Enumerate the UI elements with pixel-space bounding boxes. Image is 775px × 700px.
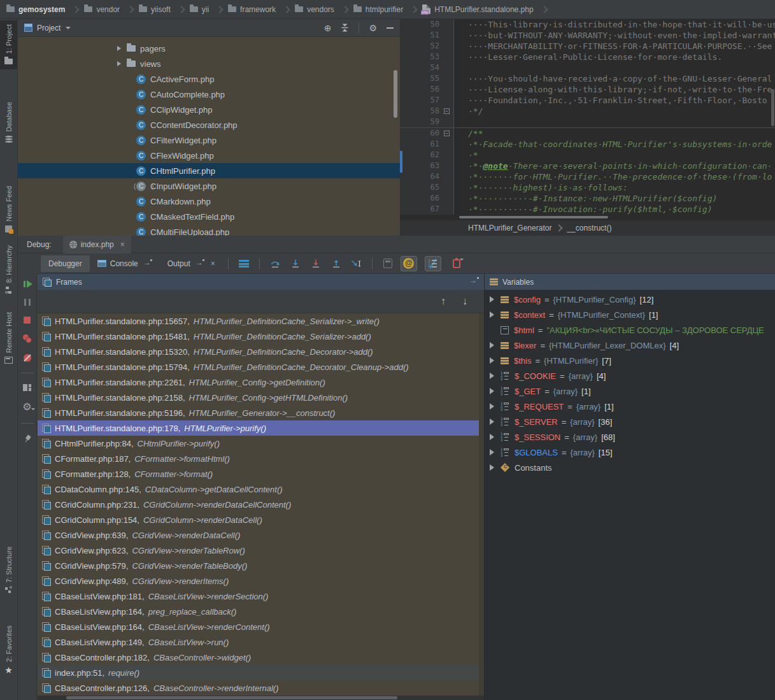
code-line[interactable]: ····MERCHANTABILITY·or·FITNESS·FOR·A·PAR… (454, 41, 772, 52)
toolbtn-favorites[interactable]: 2: Favorites ★ (0, 625, 17, 675)
tree-row[interactable]: CHtmlPurifier.php (18, 163, 400, 178)
code-line[interactable]: ·*·@note·There·are·several·points·in·whi… (454, 161, 772, 171)
line-number[interactable]: 66 (400, 193, 439, 204)
line-number[interactable]: 64 (400, 171, 439, 182)
variable-row[interactable]: $this = {HTMLPurifier} [7] (485, 353, 775, 368)
variable-row[interactable]: $config = {HTMLPurifier_Config} [12] (485, 292, 775, 307)
restore-layout-button[interactable] (23, 384, 31, 391)
variable-row[interactable]: $lexer = {HTMLPurifier_Lexer_DOMLex} [4] (485, 338, 775, 353)
sort-values-toggle[interactable] (425, 256, 441, 271)
expand-chevron-icon[interactable] (490, 373, 494, 379)
breadcrumb-item[interactable]: gemosystem (6, 5, 84, 14)
stop-button[interactable] (24, 317, 31, 324)
fold-marker-icon[interactable] (444, 131, 450, 136)
code-line[interactable] (454, 62, 468, 73)
line-number[interactable]: 55 (400, 73, 439, 84)
line-number[interactable]: 61 (400, 139, 439, 150)
variable-row[interactable]: $_COOKIE = {array} [4] (485, 368, 775, 383)
expand-chevron-icon[interactable] (490, 418, 494, 425)
code-line[interactable]: /** (454, 128, 483, 139)
expand-chevron-icon[interactable] (490, 434, 494, 440)
stack-frame-row[interactable]: HTMLPurifier.standalone.php:15657, HTMLP… (38, 313, 479, 329)
line-number[interactable]: 62 (400, 150, 439, 161)
locate-file-button[interactable]: ⊕ (324, 24, 332, 32)
evaluate-expression-button[interactable] (380, 257, 395, 271)
chevron-down-icon[interactable] (66, 27, 71, 29)
project-title[interactable]: Project (37, 24, 60, 32)
tree-row[interactable]: CClipWidget.php (18, 102, 400, 117)
stack-frame-row[interactable]: CFormatter.php:128, CFormatter->format() (38, 466, 479, 482)
mute-breakpoints-button[interactable] (24, 354, 31, 362)
tab-output[interactable]: Output × (160, 255, 223, 272)
stack-frame-row[interactable]: CBaseListView.php:164, preg_replace_call… (38, 604, 479, 619)
code-line[interactable]: ·*··········-#·Invocation:·purify($html,… (454, 204, 713, 215)
breadcrumb-item[interactable]: yii (190, 5, 228, 14)
stack-frame-row[interactable]: CBaseListView.php:164, CBaseListView->re… (38, 619, 479, 634)
tree-row[interactable]: CMultiFileUpload.php (18, 224, 400, 236)
tree-row[interactable]: views (18, 56, 400, 71)
code-line[interactable]: ····but·WITHOUT·ANY·WARRANTY;·without·ev… (454, 30, 775, 41)
resume-button[interactable] (24, 280, 31, 288)
line-number[interactable]: 59 (400, 117, 439, 127)
variable-row[interactable]: $html = "АКЦИЯ<br>«ЧИСТЫЕ СОСУДЫ – ЗДОРО… (485, 322, 775, 338)
tree-row[interactable]: CMarkdown.php (18, 194, 400, 209)
pause-button[interactable] (24, 299, 31, 306)
stack-frame-row[interactable]: CBaseController.php:182, CBaseController… (38, 650, 479, 665)
editor-hscrollbar[interactable] (459, 216, 608, 218)
line-number[interactable]: 56 (400, 84, 439, 95)
code-line[interactable]: ····Foundation,·Inc.,·51·Franklin·Street… (454, 95, 767, 106)
stack-frame-row[interactable]: CGridView.php:623, CGridView->renderTabl… (38, 543, 479, 558)
code-line[interactable]: ·*··········-#·Instance:·new·HTMLPurifie… (454, 193, 717, 204)
code-line[interactable]: ·*/ (454, 106, 483, 117)
move-tab-icon[interactable] (143, 261, 152, 267)
debug-session-tab[interactable]: index.php × (63, 236, 131, 254)
fold-marker-icon[interactable] (444, 108, 450, 114)
editor-vscrollbar[interactable] (771, 89, 774, 126)
force-step-into-button[interactable] (308, 257, 324, 271)
stack-frame-row[interactable]: CBaseController.php:126, CBaseController… (38, 680, 479, 696)
expand-chevron-icon[interactable] (490, 357, 494, 364)
line-number[interactable]: 50 (400, 19, 439, 30)
tree-row[interactable]: CFlexWidget.php (18, 148, 400, 163)
variable-row[interactable]: $_GET = {array} [1] (485, 383, 775, 399)
hide-panel-button[interactable] (387, 27, 394, 29)
stack-frame-row[interactable]: HTMLPurifier.standalone.php:5196, HTMLPu… (38, 405, 479, 420)
line-number[interactable]: 58 (400, 106, 439, 117)
tree-row[interactable]: CFilterWidget.php (18, 132, 400, 148)
stack-frame-row[interactable]: CGridColumn.php:154, CGridColumn->render… (38, 512, 479, 527)
run-to-cursor-button[interactable] (349, 257, 364, 271)
variable-row[interactable]: $_SERVER = {array} [36] (485, 414, 775, 429)
stack-frame-row[interactable]: CGridView.php:489, CGridView->renderItem… (38, 573, 479, 589)
code-line[interactable]: ····You·should·have·received·a·copy·of·t… (454, 73, 772, 84)
tree-row[interactable]: pagers (18, 41, 400, 56)
test-restore-button[interactable] (449, 257, 464, 271)
watch-values-toggle[interactable] (401, 256, 417, 271)
toolbtn-project[interactable]: 1: Project (0, 20, 17, 69)
stack-frame-row[interactable]: HTMLPurifier.standalone.php:15481, HTMLP… (38, 329, 479, 344)
expand-chevron-icon[interactable] (490, 449, 494, 455)
expand-chevron-icon[interactable] (490, 464, 494, 471)
step-out-button[interactable] (329, 257, 344, 271)
tree-row[interactable]: CInputWidget.php (18, 178, 400, 194)
line-number[interactable]: 54 (400, 62, 439, 73)
tree-row[interactable]: CActiveForm.php (18, 71, 400, 87)
breadcrumb-class[interactable]: HTMLPurifier_Generator (468, 224, 551, 232)
line-number[interactable]: 51 (400, 30, 439, 41)
close-icon[interactable]: × (211, 259, 215, 268)
line-number[interactable]: 65 (400, 182, 439, 193)
code-line[interactable]: ····License·along·with·this·library;·if·… (454, 84, 772, 95)
stack-frame-row[interactable]: index.php:51, require() (38, 665, 479, 680)
breadcrumb-item[interactable]: vendor (84, 5, 139, 14)
expand-chevron-icon[interactable] (490, 311, 494, 318)
stack-frame-row[interactable]: CBaseListView.php:181, CBaseListView->re… (38, 589, 479, 604)
stack-frame-row[interactable]: CGridView.php:579, CGridView->renderTabl… (38, 558, 479, 573)
expand-chevron-icon[interactable] (490, 403, 494, 410)
tree-row[interactable]: CAutoComplete.php (18, 87, 400, 102)
stack-frame-row[interactable]: HTMLPurifier.standalone.php:178, HTMLPur… (38, 420, 479, 436)
pin-tab-button[interactable] (21, 432, 33, 445)
breadcrumb-item[interactable]: framework (228, 5, 295, 14)
stack-frame-row[interactable]: CBaseListView.php:149, CBaseListView->ru… (38, 634, 479, 650)
line-number[interactable]: 67 (400, 204, 439, 215)
breadcrumb-file[interactable]: HTMLPurifier.standalone.php (422, 4, 552, 14)
step-into-button[interactable] (288, 257, 303, 271)
